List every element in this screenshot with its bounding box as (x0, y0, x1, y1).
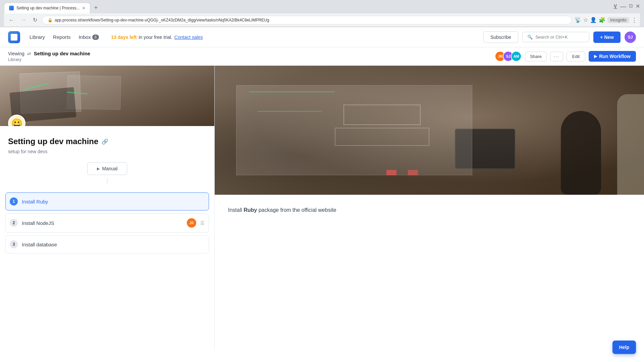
task-number-2: 2 (10, 219, 18, 227)
trial-bold: 13 days left (111, 35, 137, 40)
main-content: 😀 Setting up dev machine 🔗 setup for new… (0, 66, 644, 349)
link-icon[interactable]: 🔗 (102, 138, 108, 145)
app-logo[interactable] (8, 31, 20, 43)
browser-tabs: Setting up dev machine | Process... × + (4, 3, 610, 13)
address-text: app.process.st/workflows/Setting-up-dev-… (55, 18, 269, 22)
left-panel: 😀 Setting up dev machine 🔗 setup for new… (0, 66, 215, 349)
app-nav: Library Reports Inbox 6 (30, 34, 99, 40)
workflow-description: setup for new devs (8, 149, 206, 154)
nav-inbox[interactable]: Inbox 6 (78, 34, 99, 40)
user-avatar[interactable]: SJ (625, 32, 636, 43)
play-icon-manual: ▶ (97, 167, 100, 171)
content-bold: Ruby (244, 207, 257, 213)
inbox-badge: 6 (92, 35, 99, 40)
lock-icon: 🔒 (48, 18, 53, 22)
content-pre: Install (228, 207, 244, 213)
manual-btn-wrap: ▶ Manual (8, 162, 206, 175)
right-cover (215, 66, 644, 195)
menu-icon[interactable]: ⋮ (631, 16, 637, 24)
contact-sales-link[interactable]: Contact sales (174, 35, 203, 40)
tab-favicon (9, 6, 14, 10)
content-post: package from the official website (257, 207, 336, 213)
avatars-group: JR SJ AM (495, 51, 522, 62)
task-detail-content: Install Ruby package from the official w… (215, 195, 644, 225)
task-name-2: Install NodeJS (22, 220, 183, 226)
new-button[interactable]: + New (593, 32, 621, 43)
workflow-title-row: Setting up dev machine 🔗 (8, 137, 206, 146)
task-number-1: 1 (10, 197, 18, 205)
app-header: Library Reports Inbox 6 13 days left in … (0, 27, 644, 47)
task-number-3: 3 (10, 240, 18, 248)
more-options-button[interactable]: ··· (550, 52, 563, 61)
tab-close-icon[interactable]: × (83, 5, 85, 11)
browser-nav-actions: 📡 ☆ 👤 🧩 Incognito ⋮ (575, 16, 637, 24)
help-button[interactable]: Help (612, 341, 636, 354)
right-panel: Install Ruby package from the official w… (215, 66, 644, 349)
task-name-1: Install Ruby (22, 199, 205, 204)
subscribe-button[interactable]: Subscribe (483, 32, 518, 43)
nav-bar: ← → ↻ 🔒 app.process.st/workflows/Setting… (4, 13, 640, 27)
profile-icon[interactable]: 👤 (590, 17, 597, 23)
window-close-icon[interactable]: ✕ (636, 3, 640, 10)
task-description: Install Ruby package from the official w… (228, 205, 631, 215)
task-name-3: Install database (22, 242, 205, 247)
task-assignee-2[interactable]: JR (187, 218, 196, 228)
run-workflow-label: Run Workflow (599, 54, 631, 59)
address-bar[interactable]: 🔒 app.process.st/workflows/Setting-up-de… (42, 16, 572, 24)
task-item-3[interactable]: 3 Install database (5, 235, 209, 253)
breadcrumb-top: Viewing ⇄ Setting up dev machine (8, 51, 90, 56)
workflow-cover: 😀 (0, 66, 214, 126)
edit-button[interactable]: Edit (567, 52, 585, 61)
search-box[interactable]: 🔍 (522, 32, 589, 42)
avatar-am[interactable]: AM (511, 51, 522, 62)
nav-reload-button[interactable]: ↻ (31, 15, 39, 24)
nav-library[interactable]: Library (30, 34, 45, 40)
search-icon: 🔍 (527, 35, 533, 40)
viewing-label: Viewing (8, 51, 24, 56)
manual-label: Manual (102, 166, 118, 171)
share-button[interactable]: Share (525, 52, 547, 61)
breadcrumb-title: Setting up dev machine (34, 51, 90, 56)
nav-reports[interactable]: Reports (53, 34, 71, 40)
emoji-icon: 😀 (11, 118, 23, 126)
drag-handle-2: ☰ (200, 220, 205, 226)
breadcrumb-left: Viewing ⇄ Setting up dev machine Library (8, 51, 90, 62)
trial-banner: 13 days left in your free trial. Contact… (111, 35, 203, 40)
task-item-1[interactable]: 1 Install Ruby (5, 192, 209, 210)
incognito-label: Incognito (607, 17, 629, 23)
play-icon: ▶ (594, 54, 597, 59)
bookmark-icon[interactable]: ☆ (583, 17, 588, 23)
manual-button[interactable]: ▶ Manual (87, 162, 127, 175)
search-input[interactable] (535, 35, 584, 40)
header-right: Subscribe 🔍 + New SJ (483, 32, 636, 43)
task-item-2[interactable]: 2 Install NodeJS JR ☰ (5, 213, 209, 233)
breadcrumb-bar: Viewing ⇄ Setting up dev machine Library… (0, 47, 644, 66)
cast-icon[interactable]: 📡 (575, 17, 581, 23)
nav-forward-button[interactable]: → (19, 16, 28, 24)
tab-title: Setting up dev machine | Process... (16, 6, 80, 10)
trial-text: in your free trial. (139, 35, 172, 40)
window-controls: ⊻ — ⊡ ✕ (613, 3, 640, 10)
workflow-info: Setting up dev machine 🔗 setup for new d… (0, 126, 214, 192)
nav-back-button[interactable]: ← (7, 16, 16, 24)
breadcrumb-sub: Library (8, 57, 90, 62)
workflow-title: Setting up dev machine (8, 137, 98, 146)
new-tab-button[interactable]: + (91, 3, 101, 13)
browser-chrome: Setting up dev machine | Process... × + … (0, 0, 644, 27)
extensions-icon[interactable]: 🧩 (599, 17, 605, 23)
run-workflow-button[interactable]: ▶ Run Workflow (589, 51, 636, 62)
workflow-icon: ⇄ (27, 51, 31, 56)
active-tab[interactable]: Setting up dev machine | Process... × (4, 3, 90, 13)
connector-line (107, 178, 107, 184)
breadcrumb-right: JR SJ AM Share ··· Edit ▶ Run Workflow (495, 51, 636, 62)
task-list: 1 Install Ruby 2 Install NodeJS JR ☰ 3 I… (0, 192, 214, 264)
